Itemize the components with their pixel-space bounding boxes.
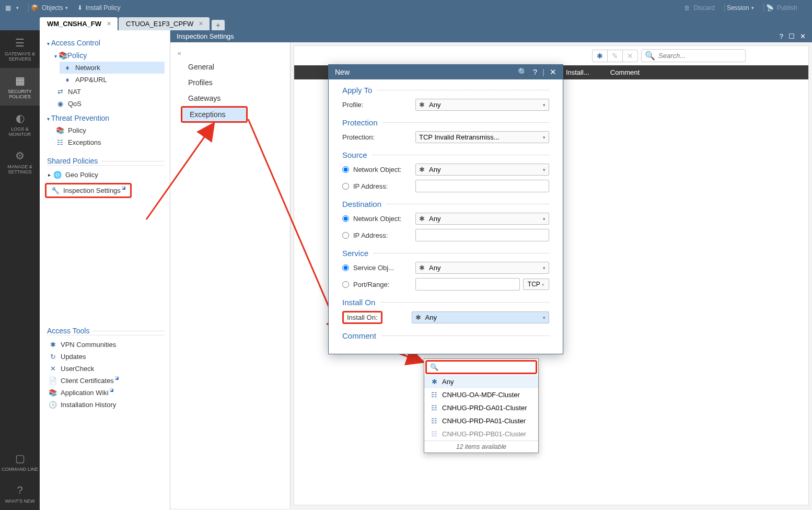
qos-icon: ◉ [55,100,65,108]
edit-button[interactable]: ✎ [608,50,623,62]
tab-close-icon[interactable]: ✕ [107,20,111,27]
sidebar-updates[interactable]: ↻Updates [45,351,165,363]
terminal-icon: ▢ [0,452,40,465]
layers-icon: ♦ [63,76,72,84]
star-icon: ✱ [430,378,439,386]
sidebar-qos[interactable]: ◉QoS [52,98,165,110]
dd-item-cluster[interactable]: ☷CNHUG-PRD-PA01-Cluster [424,414,538,427]
maximize-icon[interactable]: ☐ [788,32,795,40]
sidebar-usercheck[interactable]: ✕UserCheck [45,363,165,375]
help-icon[interactable]: ? [780,32,783,40]
search-icon: 🔍 [430,363,438,371]
sidebar-client-certs[interactable]: 📄Client Certificates◪ [45,375,165,387]
combo-profile[interactable]: ✱Any▾ [415,99,549,111]
rail-manage[interactable]: ⚙MANAGE & SETTINGS [0,143,40,181]
delete-button[interactable]: ✕ [623,50,637,62]
content-toolbar: ✱ ✎ ✕ 🔍 [294,46,808,65]
settings-gateways[interactable]: Gateways [170,90,290,106]
search-box[interactable]: 🔍 [641,49,746,62]
dd-item-cluster[interactable]: ☷CNHUG-PRD-PB01-Cluster [424,427,538,441]
label-dest-ip[interactable]: IP Address: [342,231,415,239]
input-dest-ip[interactable] [415,229,549,241]
discard-button[interactable]: 🗑Discard [684,4,715,11]
radio-source-network[interactable] [342,166,349,173]
sidebar-app-wiki[interactable]: 📚Application Wiki◪ [45,387,165,399]
label-profile: Profile: [342,101,415,109]
settings-profiles[interactable]: Profiles [170,75,290,90]
tab-wm-cnsha[interactable]: WM_CNSHA_FW✕ [40,17,118,30]
label-source-no[interactable]: Network Object: [342,166,415,173]
back-chevron[interactable]: « [170,48,290,59]
dialog-close-icon[interactable]: ✕ [550,67,556,77]
tab-add-button[interactable]: + [212,20,224,30]
th-comment[interactable]: Comment [610,68,640,76]
tcp-selector[interactable]: TCP ▾ [523,279,549,290]
publish-button[interactable]: 📡Publish [766,4,797,11]
usercheck-icon: ✕ [48,365,57,373]
help-icon: ? [0,484,40,496]
rail-command-line[interactable]: ▢COMMAND LINE [0,446,40,478]
section-access-control[interactable]: Access Control [47,39,165,47]
search-input[interactable] [658,52,742,60]
settings-general[interactable]: General [170,59,290,75]
radio-service-obj[interactable] [342,264,349,271]
label-port-range[interactable]: Port/Range: [342,281,415,288]
cluster-icon: ☷ [430,417,439,425]
sidebar-nat[interactable]: ⇄NAT [52,86,165,98]
sidebar-appurl[interactable]: ♦APP&URL [60,74,165,86]
sidebar-geo-policy[interactable]: ▸🌐Geo Policy [45,169,165,181]
section-protection: Protection [342,118,549,127]
rail-security-policies[interactable]: ▦SECURITY POLICIES [0,68,40,106]
settings-exceptions[interactable]: Exceptions [182,108,246,121]
label-source-ip[interactable]: IP Address: [342,182,415,190]
section-source: Source [342,150,549,159]
label-service-obj[interactable]: Service Obj... [342,264,415,272]
rail-whats-new[interactable]: ?WHAT'S NEW [0,478,40,510]
sidebar-tp-exceptions[interactable]: ☷Exceptions [52,136,165,148]
close-icon[interactable]: ✕ [800,32,806,40]
rail-gateways[interactable]: ☰GATEWAYS & SERVERS [0,30,40,68]
combo-source-network[interactable]: ✱Any▾ [415,164,549,176]
cert-icon: 📄 [48,377,57,385]
gauge-icon: ◐ [0,112,40,124]
session-menu[interactable]: Session▾ [727,4,754,11]
dialog-search-icon[interactable]: 🔍 [518,67,528,77]
dd-item-any[interactable]: ✱Any [424,375,538,388]
label-dest-no[interactable]: Network Object: [342,215,415,223]
dd-item-cluster[interactable]: ☷CNHUG-PRD-GA01-Cluster [424,401,538,414]
section-policy[interactable]: 📚Policy [54,51,165,60]
radio-dest-network[interactable] [342,215,349,222]
main-title-bar: Inspection Settings ? ☐ ✕ [170,30,812,42]
sidebar-tp-policy[interactable]: 📚Policy [52,124,165,136]
heading-shared-policies: Shared Policies [47,157,165,166]
sidebar-network[interactable]: ♦Network [60,62,165,74]
nat-icon: ⇄ [55,88,65,96]
rail-logs[interactable]: ◐LOGS & MONITOR [0,106,40,143]
radio-dest-ip[interactable] [342,232,349,239]
dropdown-search[interactable]: 🔍 [425,360,537,374]
install-policy-button[interactable]: ⬇Install Policy [77,4,121,11]
sidebar-vpn[interactable]: ✱VPN Communities [45,339,165,351]
sidebar-install-history[interactable]: 🕓Installation History [45,399,165,411]
add-button[interactable]: ✱ [593,50,608,62]
combo-install-on[interactable]: ✱Any▾ [412,311,549,323]
dd-item-cluster[interactable]: ☷CNHUG-OA-MDF-Cluster [424,388,538,401]
input-source-ip[interactable] [415,180,549,192]
dialog-help-icon[interactable]: ? [533,67,537,77]
combo-service-obj[interactable]: ✱Any▾ [415,262,549,274]
radio-source-ip[interactable] [342,183,349,190]
section-threat-prevention[interactable]: Threat Prevention [47,114,165,122]
tab-ctuoa[interactable]: CTUOA_E1F3_CPFW✕ [119,17,210,30]
combo-protection[interactable]: TCP Invalid Retransmiss...▾ [415,131,549,143]
label-protection: Protection: [342,133,415,141]
objects-menu[interactable]: 📦Objects▾ [31,4,68,11]
sidebar-inspection-settings[interactable]: 🔧Inspection Settings◪ [49,186,128,195]
app-menu[interactable]: ▦▾ [5,4,19,11]
input-port-range[interactable] [415,278,520,291]
radio-port-range[interactable] [342,281,349,288]
top-toolbar: ▦▾ 📦Objects▾ ⬇Install Policy 🗑Discard Se… [0,0,812,16]
cluster-icon: ☷ [430,430,439,438]
tab-close-icon[interactable]: ✕ [199,20,203,27]
th-install[interactable]: Install... [566,68,589,76]
combo-dest-network[interactable]: ✱Any▾ [415,213,549,225]
